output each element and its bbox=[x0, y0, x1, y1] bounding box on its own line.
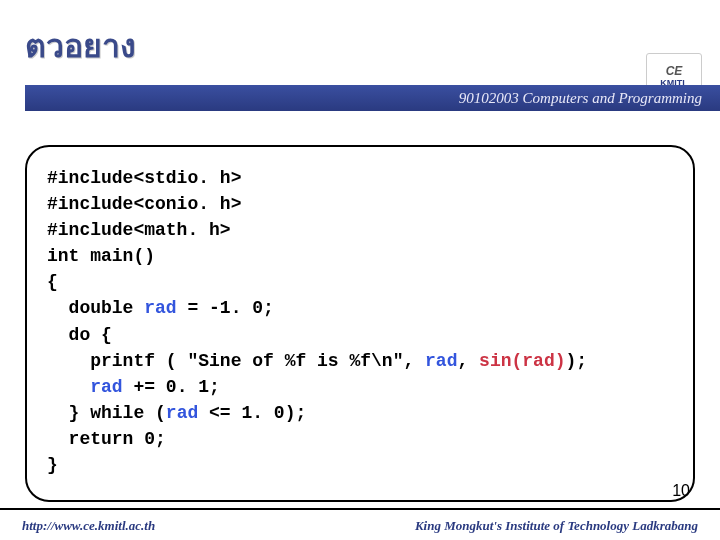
code-var: rad bbox=[90, 377, 122, 397]
code-text bbox=[47, 377, 90, 397]
code-line: #include<math. h> bbox=[47, 220, 231, 240]
slide: ตวอยาง CE KMITL 90102003 Computers and P… bbox=[0, 0, 720, 540]
code-text: += 0. 1; bbox=[123, 377, 220, 397]
code-text: <= 1. 0); bbox=[198, 403, 306, 423]
code-line: return 0; bbox=[47, 429, 166, 449]
code-var: rad bbox=[166, 403, 198, 423]
code-line: #include<conio. h> bbox=[47, 194, 241, 214]
code-box: #include<stdio. h> #include<conio. h> #i… bbox=[25, 145, 695, 502]
code-text: } while ( bbox=[47, 403, 166, 423]
footer-divider bbox=[0, 508, 720, 510]
code-text: = -1. 0; bbox=[177, 298, 274, 318]
footer-institute: King Mongkut's Institute of Technology L… bbox=[415, 518, 698, 534]
page-number: 10 bbox=[672, 482, 690, 500]
code-text: , bbox=[457, 351, 479, 371]
logo-text-top: CE bbox=[666, 64, 683, 78]
code-line: { bbox=[47, 272, 58, 292]
code-func: sin(rad) bbox=[479, 351, 565, 371]
code-text: printf ( "Sine of %f is %f\n", bbox=[47, 351, 425, 371]
header-blue-bar: 90102003 Computers and Programming bbox=[25, 85, 720, 111]
code-text: double bbox=[47, 298, 144, 318]
header-bar: CE KMITL 90102003 Computers and Programm… bbox=[0, 75, 720, 117]
course-label: 90102003 Computers and Programming bbox=[459, 90, 702, 107]
code-var: rad bbox=[425, 351, 457, 371]
code-text: ); bbox=[566, 351, 588, 371]
code-line: } bbox=[47, 455, 58, 475]
code-line: #include<stdio. h> bbox=[47, 168, 241, 188]
page-title: ตวอยาง bbox=[25, 20, 695, 71]
code-line: do { bbox=[47, 325, 112, 345]
footer-url: http://www.ce.kmitl.ac.th bbox=[22, 518, 155, 534]
code-line: int main() bbox=[47, 246, 155, 266]
footer: http://www.ce.kmitl.ac.th King Mongkut's… bbox=[22, 518, 698, 534]
code-var: rad bbox=[144, 298, 176, 318]
code-block: #include<stdio. h> #include<conio. h> #i… bbox=[47, 165, 673, 478]
